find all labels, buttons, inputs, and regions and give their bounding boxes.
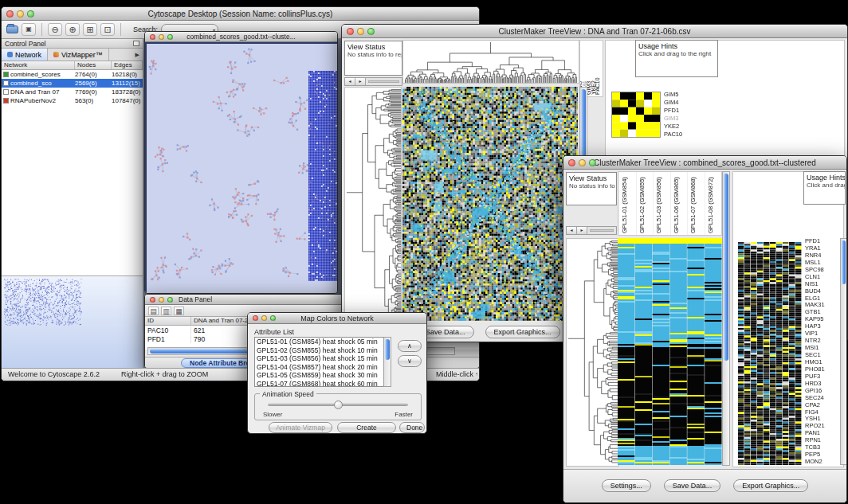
gene-label[interactable]: GIM4	[664, 100, 696, 106]
scroll-right-icon[interactable]: ▸	[577, 227, 587, 234]
move-up-button[interactable]: ∧	[398, 340, 422, 352]
gene-label[interactable]: NIS1	[805, 281, 840, 287]
zoom-button[interactable]	[167, 297, 173, 303]
tab-overflow-icon[interactable]: ▶	[135, 52, 143, 58]
tab-vizmapper[interactable]: VizMapper™	[48, 49, 109, 61]
done-button[interactable]: Done	[399, 422, 425, 433]
treeview-titlebar[interactable]: ClusterMaker TreeView : combined_scores_…	[563, 156, 846, 170]
create-attribute-icon[interactable]: ▥	[161, 307, 171, 315]
attribute-list-item[interactable]: GPL51-03 (GSM856) heat shock 15 min	[255, 354, 391, 363]
close-button[interactable]	[150, 297, 155, 303]
zoom-button[interactable]	[589, 159, 596, 166]
minimize-button[interactable]	[159, 34, 164, 40]
secondary-heatmap-canvas[interactable]	[738, 242, 802, 465]
zoom-region-icon[interactable]: ⊡	[100, 23, 115, 36]
gene-label[interactable]: CLN1	[805, 274, 840, 280]
column-dendrogram-canvas[interactable]	[402, 40, 579, 84]
gene-label[interactable]: YRA1	[805, 245, 840, 252]
attribute-list-item[interactable]: GPL51-05 (GSM859) heat shock 30 min	[255, 371, 391, 380]
correlation-matrix-canvas[interactable]	[611, 92, 661, 138]
close-button[interactable]	[6, 10, 14, 18]
close-button[interactable]	[347, 28, 354, 35]
network-overview-canvas[interactable]	[2, 276, 142, 369]
gene-label[interactable]: ELG1	[805, 295, 840, 302]
gene-label[interactable]: KAP95	[805, 316, 840, 322]
gene-label[interactable]: MSL1	[805, 260, 840, 266]
treeview-titlebar[interactable]: ClusterMaker TreeView : DNA and Tran 07-…	[342, 25, 847, 38]
gene-label[interactable]: RPN1	[805, 437, 840, 443]
speed-slider[interactable]	[268, 404, 408, 406]
close-button[interactable]	[253, 315, 258, 321]
experiment-column-label[interactable]: GPL51-07 (GSM868)	[687, 172, 705, 235]
save-session-icon[interactable]: ▣	[22, 23, 36, 36]
zoom-button[interactable]	[270, 315, 276, 321]
scroll-left-icon[interactable]: ◂	[567, 227, 577, 234]
column-header-id[interactable]: ID	[145, 317, 191, 325]
row-dendrogram-canvas[interactable]	[344, 87, 402, 322]
attribute-list-item[interactable]: GPL51-01 (GSM854) heat shock 05 min	[255, 338, 391, 346]
cytoscape-titlebar[interactable]: Cytoscape Desktop (Session Name: collins…	[2, 7, 479, 21]
scroll-groove[interactable]	[590, 229, 614, 232]
gene-list-vscrollbar[interactable]	[840, 238, 847, 465]
gene-label[interactable]: PFD1	[664, 107, 696, 114]
network-canvas[interactable]	[147, 44, 337, 293]
slider-thumb[interactable]	[334, 400, 343, 409]
mini-hscrollbar[interactable]: ◂ ▸	[344, 77, 402, 86]
zoom-out-icon[interactable]: ⊖	[48, 23, 62, 36]
create-vizmap-button[interactable]: Create Vizmap	[337, 422, 396, 433]
minimize-button[interactable]	[579, 159, 586, 166]
mini-hscrollbar[interactable]: ◂ ▸	[566, 226, 617, 235]
gene-label[interactable]: MSI1	[805, 345, 840, 351]
network-table-row[interactable]: combined_scores 2764(0) 16218(0)	[2, 70, 143, 79]
column-header-nodes[interactable]: Nodes	[75, 61, 112, 69]
close-button[interactable]	[568, 159, 575, 166]
gene-label[interactable]: PEP5	[805, 451, 840, 458]
network-table-row[interactable]: DNA and Tran 07 7769(0) 183728(0)	[2, 88, 143, 96]
heatmap-canvas[interactable]	[402, 87, 578, 321]
gene-label[interactable]: VIP1	[805, 330, 840, 337]
gene-label[interactable]: CPA2	[805, 402, 840, 408]
minimize-button[interactable]	[17, 10, 24, 18]
attribute-list-item[interactable]: GPL51-04 (GSM857) heat shock 20 min	[255, 363, 391, 372]
gene-label[interactable]: GTB1	[805, 309, 840, 315]
column-header-edges[interactable]: Edges	[112, 61, 143, 69]
experiment-column-label[interactable]: GPL51-02 (GSM855)	[636, 172, 654, 235]
experiment-column-label[interactable]: GPL51-03 (GSM856)	[653, 172, 670, 235]
gene-label[interactable]: SEC1	[805, 352, 840, 358]
gene-label[interactable]: PHO81	[805, 366, 840, 373]
gene-label[interactable]: HAP3	[805, 323, 840, 330]
gene-label[interactable]: HMG1	[805, 359, 840, 365]
heatmap-canvas[interactable]	[618, 238, 722, 465]
network-overview-panel[interactable]	[2, 275, 143, 369]
zoom-button[interactable]	[167, 34, 173, 40]
minimize-button[interactable]	[159, 297, 164, 303]
gene-label[interactable]: FIG4	[805, 409, 840, 416]
vscrollbar-thumb[interactable]	[842, 240, 846, 284]
experiment-column-label[interactable]: GPL51-08 (GSM872)	[705, 172, 722, 235]
row-dendrogram-canvas[interactable]	[566, 238, 619, 467]
gene-label[interactable]: RNR4	[805, 252, 840, 259]
network-view-titlebar[interactable]: combined_scores_good.txt--cluste...	[145, 32, 337, 42]
experiment-column-label[interactable]: GPL51-01 (GSM854)	[618, 172, 636, 235]
column-header-network[interactable]: Network	[2, 61, 75, 69]
gene-label[interactable]: TCB3	[805, 444, 840, 451]
vscrollbar-thumb[interactable]	[385, 339, 390, 360]
gene-label[interactable]: GIM5	[664, 92, 696, 98]
float-panel-icon[interactable]	[133, 41, 139, 46]
treeview-button[interactable]: Export Graphics...	[733, 479, 808, 492]
vscrollbar-thumb[interactable]	[724, 174, 728, 361]
gene-label[interactable]: YKE2	[664, 123, 696, 130]
attribute-matrix-icon[interactable]: ▦	[174, 307, 184, 315]
scroll-left-icon[interactable]: ◂	[345, 78, 355, 85]
select-attributes-icon[interactable]: ▤	[148, 307, 159, 315]
zoom-in-icon[interactable]: ⊕	[65, 23, 80, 36]
open-session-icon[interactable]	[6, 25, 18, 33]
gene-label[interactable]: PFD1	[805, 238, 840, 244]
network-table-row[interactable]: combined_sco 2569(6) 13112(15)	[2, 79, 143, 88]
gene-label[interactable]: NTR2	[805, 338, 840, 344]
tab-network[interactable]: Network	[2, 49, 48, 61]
experiment-column-label[interactable]: GPL51-06 (GSM865)	[670, 172, 688, 235]
gene-label[interactable]: MAK31	[805, 302, 840, 308]
attribute-list-scrollbar[interactable]	[383, 337, 391, 387]
move-down-button[interactable]: ∨	[398, 355, 422, 367]
